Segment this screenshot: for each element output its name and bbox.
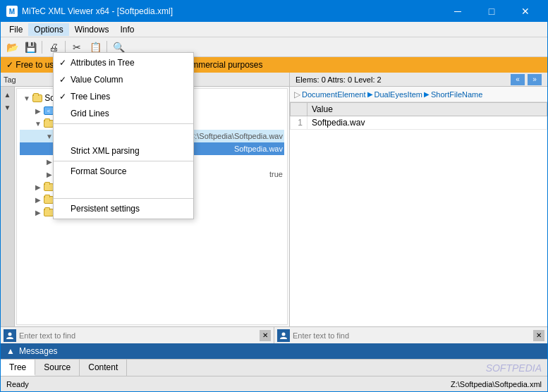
nav-up[interactable]: ▲ [1, 88, 14, 101]
right-panel: Elems: 0 Attrs: 0 Level: 2 « » ▷ Documen… [290, 73, 547, 326]
toolbar-separator-2 [65, 41, 66, 54]
folder-icon-dualeyesitem-4 [44, 209, 54, 216]
options-dropdown-menu: ✓ Attributes in Tree ✓ Value Column ✓ Tr… [53, 52, 194, 219]
tab-content[interactable]: Content [80, 360, 127, 376]
right-header: Elems: 0 Attrs: 0 Level: 2 « » [290, 73, 547, 87]
folder-icon-softpedia [32, 94, 42, 102]
search-right: ✕ [274, 327, 547, 343]
dropdown-separator-3 [54, 198, 193, 199]
breadcrumb-icon: ▷ [294, 90, 300, 99]
menu-item-format-source[interactable]: Strict XML parsing [54, 142, 193, 159]
messages-expand-icon[interactable]: ▲ [6, 346, 15, 356]
person-icon [6, 331, 14, 340]
check-tree-lines: ✓ [59, 92, 71, 102]
bottom-tabs: Tree Source Content SOFTPEDIA [1, 359, 547, 376]
folder-icon-dualeyesitem-3 [44, 196, 54, 204]
close-button[interactable]: ✕ [509, 1, 542, 22]
person-icon-right [279, 331, 288, 340]
tree-expand-dualeyesitem-2[interactable]: ▶ [32, 181, 44, 192]
toolbar-open[interactable]: 📂 [4, 39, 20, 56]
stats-text: Elems: 0 Attrs: 0 Level: 2 [296, 75, 382, 84]
value-table: Value 1 Softpedia.wav [290, 102, 547, 326]
breadcrumb-dualeyesitem[interactable]: DualEyesItem [375, 90, 422, 99]
menu-item-update-check [54, 180, 193, 197]
tree-value-dualeyesitem-1: C:\Softpedia\Softpedia.wav [189, 132, 283, 140]
label-tree-lines: Tree Lines [71, 92, 110, 102]
status-bar: Ready Z:\Softpedia\Softpedia.xml [1, 376, 547, 391]
toolbar-separator-3 [106, 41, 107, 54]
tree-expand-dualeyesitem-3[interactable]: ▶ [32, 194, 44, 205]
status-ready: Ready [6, 380, 29, 388]
col-num-header [291, 103, 308, 116]
label-format-source: Strict XML parsing [71, 146, 140, 156]
search-left-clear[interactable]: ✕ [260, 330, 271, 341]
tree-expand-documentelement[interactable]: ▼ [32, 118, 44, 129]
label-grid-lines: Grid Lines [71, 109, 109, 118]
menu-item-persistent-settings[interactable]: Format Source [54, 163, 193, 180]
title-bar: M MiTeC XML Viewer x64 - [Softpedia.xml]… [1, 1, 547, 22]
status-path: Z:\Softpedia\Softpedia.xml [451, 380, 542, 388]
cell-value-1: Softpedia.wav [308, 116, 547, 130]
check-format-source [59, 146, 71, 156]
window-title: MiTeC XML Viewer x64 - [Softpedia.xml] [22, 6, 442, 16]
data-table: Value 1 Softpedia.wav [290, 102, 547, 130]
search-left: ✕ [1, 327, 274, 343]
menu-info[interactable]: Info [114, 23, 140, 36]
menu-file[interactable]: File [4, 23, 28, 36]
tabs-spacer [127, 360, 480, 376]
menu-options[interactable]: Options [28, 23, 68, 36]
breadcrumb-arrow-2: ▶ [424, 90, 430, 98]
search-left-input[interactable] [19, 331, 257, 340]
tree-expand-softpedia[interactable]: ▼ [21, 92, 32, 104]
svg-point-0 [8, 332, 12, 336]
search-left-icon [4, 329, 16, 342]
search-right-clear[interactable]: ✕ [533, 330, 544, 341]
menu-item-strict-xml[interactable] [54, 125, 193, 142]
menu-item-tree-lines[interactable]: ✓ Tree Lines [54, 88, 193, 105]
tab-tree[interactable]: Tree [1, 360, 35, 376]
menu-bar: File Options Windows Info [1, 22, 547, 37]
dropdown-separator-2 [54, 161, 193, 161]
tree-value-process: true [269, 170, 283, 178]
side-nav: ▲ ▼ [1, 87, 15, 326]
dropdown-separator-1 [54, 123, 193, 124]
window-controls: ─ □ ✕ [442, 1, 542, 22]
check-persistent-settings [59, 166, 71, 176]
menu-item-attributes-in-tree[interactable]: ✓ Attributes in Tree [54, 54, 193, 71]
svg-point-1 [282, 332, 286, 336]
label-persistent-settings: Format Source [71, 166, 126, 176]
check-update-check [59, 183, 71, 193]
check-strict-xml [59, 129, 71, 139]
breadcrumb-bar: ▷ DocumentElement ▶ DualEyesItem ▶ Short… [290, 87, 547, 102]
tree-expand-tag[interactable]: ▶ [32, 105, 44, 116]
menu-windows[interactable]: Windows [69, 23, 115, 36]
nav-next-button[interactable]: » [528, 74, 542, 85]
breadcrumb-arrow-1: ▶ [367, 90, 373, 98]
breadcrumb-shortfilename[interactable]: ShortFileName [431, 90, 482, 99]
label-default-viewer: Persistent settings [71, 204, 140, 214]
label-value-column: Value Column [71, 75, 123, 85]
softpedia-watermark-tabs: SOFTPEDIA [480, 360, 547, 376]
nav-down[interactable]: ▼ [1, 101, 14, 114]
tab-source[interactable]: Source [35, 360, 80, 376]
menu-item-default-viewer[interactable]: Persistent settings [54, 200, 193, 217]
messages-title: Messages [19, 346, 58, 356]
col-value-header: Value [308, 103, 547, 116]
nav-prev-button[interactable]: « [511, 74, 525, 85]
check-value-column: ✓ [59, 75, 71, 85]
check-attributes-in-tree: ✓ [59, 58, 71, 68]
menu-item-grid-lines[interactable]: Grid Lines [54, 105, 193, 122]
menu-item-value-column[interactable]: ✓ Value Column [54, 71, 193, 88]
label-attributes-in-tree: Attributes in Tree [71, 58, 135, 68]
row-num-1: 1 [291, 116, 308, 130]
messages-header: ▲ Messages [1, 343, 547, 359]
search-right-input[interactable] [293, 331, 530, 340]
tree-expand-dualeyesitem-4[interactable]: ▶ [32, 207, 44, 218]
toolbar-save[interactable]: 💾 [22, 39, 39, 56]
app-icon: M [6, 6, 18, 17]
minimize-button[interactable]: ─ [442, 1, 474, 22]
table-row: 1 Softpedia.wav [291, 116, 547, 130]
folder-icon-dualeyesitem-2 [44, 183, 54, 191]
maximize-button[interactable]: □ [475, 1, 508, 22]
breadcrumb-documentelement[interactable]: DocumentElement [302, 90, 366, 99]
